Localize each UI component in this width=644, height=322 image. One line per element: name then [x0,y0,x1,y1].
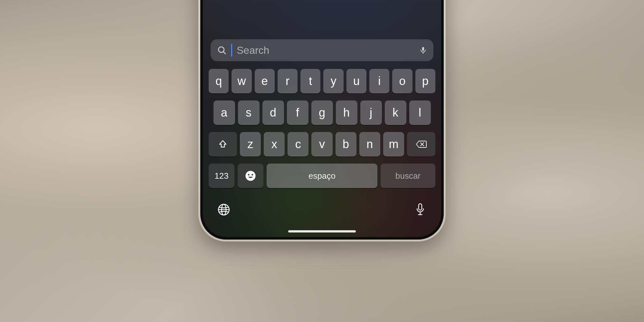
emoji-key[interactable] [238,164,263,188]
key-x[interactable]: x [264,132,285,156]
keyboard-row-1: q w e r t y u i o p [209,69,435,93]
svg-point-8 [251,174,253,175]
key-i[interactable]: i [369,69,389,93]
keyboard-bottom-bar [203,198,441,221]
keyboard: q w e r t y u i o p a s d f g h [209,69,435,188]
key-t[interactable]: t [300,69,320,93]
key-o[interactable]: o [392,69,412,93]
dictation-icon[interactable] [413,203,427,216]
key-r[interactable]: r [278,69,298,93]
text-cursor [231,44,232,57]
search-action-key[interactable]: buscar [381,164,435,188]
key-j[interactable]: j [360,100,382,125]
key-f[interactable]: f [287,100,308,125]
search-input[interactable] [237,44,415,56]
globe-icon[interactable] [217,203,231,216]
phone-frame: q w e r t y u i o p a s d f g h [198,0,446,242]
numbers-key[interactable]: 123 [209,164,234,188]
space-key[interactable]: espaço [267,164,377,188]
key-u[interactable]: u [346,69,366,93]
key-b[interactable]: b [336,132,356,156]
key-z[interactable]: z [240,132,261,156]
key-p[interactable]: p [415,69,435,93]
svg-point-7 [248,174,250,175]
backspace-key[interactable] [407,132,435,156]
key-v[interactable]: v [311,132,332,156]
keyboard-row-2: a s d f g h j k l [209,100,435,125]
keyboard-row-3: z x c v b n m [209,132,435,156]
key-d[interactable]: d [262,100,284,125]
svg-point-6 [245,171,255,181]
key-q[interactable]: q [209,69,229,93]
key-w[interactable]: w [232,69,251,93]
svg-rect-12 [419,204,422,210]
key-m[interactable]: m [383,132,404,156]
microphone-icon[interactable] [419,45,427,55]
key-a[interactable]: a [213,100,235,125]
spotlight-search-bar[interactable] [211,39,433,61]
key-l[interactable]: l [409,100,431,125]
svg-rect-2 [422,47,424,51]
home-indicator[interactable] [288,230,356,232]
phone-screen: q w e r t y u i o p a s d f g h [203,0,441,237]
key-y[interactable]: y [323,69,343,93]
svg-line-1 [223,52,225,54]
key-e[interactable]: e [255,69,275,93]
key-n[interactable]: n [359,132,380,156]
search-icon [217,45,227,55]
phone-bezel: q w e r t y u i o p a s d f g h [200,0,444,240]
key-h[interactable]: h [336,100,357,125]
key-c[interactable]: c [288,132,308,156]
key-g[interactable]: g [311,100,333,125]
key-s[interactable]: s [238,100,260,125]
shift-key[interactable] [209,132,237,156]
keyboard-row-4: 123 espaço buscar [209,164,435,188]
key-k[interactable]: k [385,100,406,125]
